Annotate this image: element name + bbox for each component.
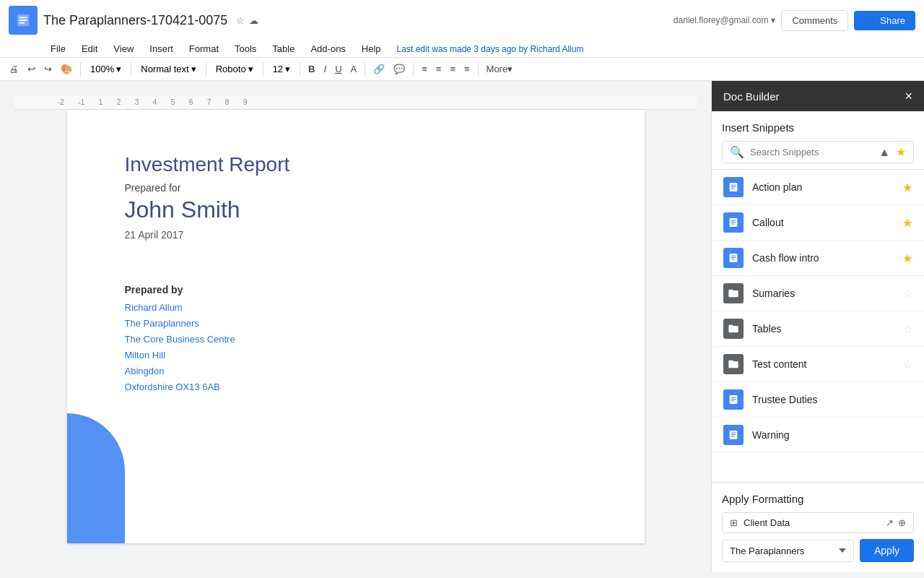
insert-snippets-section: Insert Snippets 🔍 ▲ ★ bbox=[712, 111, 924, 170]
text-color-button[interactable]: A bbox=[347, 61, 361, 77]
doc-client-name: John Smith bbox=[125, 197, 587, 223]
client-data-row: ⊞ Client Data ↗ ⊕ bbox=[722, 512, 914, 533]
menu-format[interactable]: Format bbox=[182, 40, 226, 57]
separator bbox=[365, 62, 365, 77]
italic-button[interactable]: I bbox=[321, 61, 331, 77]
user-info: daniel.florey@gmail.com ▾ bbox=[674, 15, 776, 25]
address-line-1: The Paraplanners bbox=[125, 316, 587, 332]
ruler: -2 -1 1 2 3 4 5 6 7 8 9 bbox=[14, 95, 697, 110]
snippet-label: Warning bbox=[752, 429, 912, 441]
svg-rect-14 bbox=[731, 257, 736, 258]
menu-addons[interactable]: Add-ons bbox=[303, 40, 352, 57]
undo-button[interactable]: ↩ bbox=[24, 61, 39, 77]
corner-decoration bbox=[67, 413, 125, 543]
svg-rect-3 bbox=[19, 22, 25, 24]
search-icons: ▲ ★ bbox=[879, 145, 906, 159]
search-input[interactable] bbox=[750, 147, 873, 158]
menu-edit[interactable]: Edit bbox=[74, 40, 105, 57]
font-size-select[interactable]: 12 ▾ bbox=[268, 61, 295, 77]
snippet-label: Test content bbox=[752, 358, 894, 370]
text-style-select[interactable]: Normal text ▾ bbox=[136, 61, 201, 77]
font-select[interactable]: Roboto ▾ bbox=[211, 61, 258, 77]
snippet-item-tables[interactable]: Tables ☆ bbox=[712, 311, 924, 347]
snippet-doc-icon bbox=[723, 248, 744, 268]
print-button[interactable]: 🖨 bbox=[6, 61, 22, 77]
svg-rect-22 bbox=[731, 434, 736, 435]
justify-button[interactable]: ≡ bbox=[461, 61, 474, 77]
app-icon bbox=[9, 6, 38, 35]
snippets-list: Action plan ★ Callout ★ Cash flow intro … bbox=[712, 170, 924, 482]
address-block: Richard Allum The Paraplanners The Core … bbox=[125, 300, 587, 396]
doc-investment-title: Investment Report bbox=[125, 153, 587, 176]
menu-view[interactable]: View bbox=[106, 40, 141, 57]
separator bbox=[478, 62, 479, 77]
snippet-star-empty-icon[interactable]: ☆ bbox=[902, 358, 912, 371]
snippet-item-cash-flow[interactable]: Cash flow intro ★ bbox=[712, 241, 924, 276]
snippet-item-warning[interactable]: Warning bbox=[712, 418, 924, 453]
favorites-star-icon[interactable]: ★ bbox=[896, 145, 906, 159]
snippet-label: Sumaries bbox=[752, 288, 894, 299]
snippet-item-trustee-duties[interactable]: Trustee Duties bbox=[712, 382, 924, 418]
snippet-folder-icon bbox=[723, 319, 744, 339]
chevron-down-icon[interactable]: ▾ bbox=[771, 15, 775, 25]
svg-rect-9 bbox=[731, 220, 736, 221]
svg-rect-19 bbox=[731, 400, 735, 401]
bold-button[interactable]: B bbox=[305, 61, 318, 77]
separator bbox=[413, 62, 414, 77]
grid-icon: ⊞ bbox=[730, 517, 738, 528]
share-button[interactable]: 👤 Share bbox=[854, 11, 915, 30]
client-data-label: Client Data bbox=[744, 517, 880, 528]
chevron-down-icon: ▾ bbox=[116, 64, 121, 74]
drive-icon[interactable]: ▲ bbox=[879, 146, 890, 159]
align-center-button[interactable]: ≡ bbox=[432, 61, 445, 77]
snippet-item-callout[interactable]: Callout ★ bbox=[712, 205, 924, 241]
snippet-item-sumaries[interactable]: Sumaries ☆ bbox=[712, 276, 924, 311]
zoom-select[interactable]: 100% ▾ bbox=[85, 61, 126, 77]
paraplanners-row: The Paraplanners Apply bbox=[722, 539, 914, 562]
insert-snippets-heading: Insert Snippets bbox=[722, 121, 914, 134]
separator bbox=[300, 62, 300, 77]
more-button[interactable]: More ▾ bbox=[483, 61, 517, 77]
align-right-button[interactable]: ≡ bbox=[446, 61, 459, 77]
snippet-star-empty-icon[interactable]: ☆ bbox=[902, 322, 912, 336]
sidebar-close-button[interactable]: × bbox=[905, 90, 912, 103]
client-data-actions: ↗ ⊕ bbox=[886, 517, 906, 528]
snippet-item-action-plan[interactable]: Action plan ★ bbox=[712, 170, 924, 205]
link-button[interactable]: 🔗 bbox=[370, 61, 388, 77]
underline-button[interactable]: U bbox=[331, 61, 345, 77]
document-page[interactable]: Investment Report Prepared for John Smit… bbox=[67, 110, 645, 543]
chevron-down-icon: ▾ bbox=[191, 64, 196, 74]
comment-button[interactable]: 💬 bbox=[390, 61, 409, 77]
menu-tools[interactable]: Tools bbox=[227, 40, 263, 57]
menu-help[interactable]: Help bbox=[354, 40, 388, 57]
add-icon[interactable]: ⊕ bbox=[898, 517, 906, 528]
snippet-star-icon[interactable]: ★ bbox=[902, 216, 912, 230]
snippet-item-test-content[interactable]: Test content ☆ bbox=[712, 347, 924, 382]
apply-button[interactable]: Apply bbox=[860, 539, 914, 562]
star-icon[interactable]: ☆ bbox=[236, 15, 245, 26]
address-line-2: The Core Business Centre bbox=[125, 332, 587, 348]
sidebar-header: Doc Builder × bbox=[712, 81, 924, 111]
address-line-0: Richard Allum bbox=[125, 300, 587, 316]
paraplanners-select[interactable]: The Paraplanners bbox=[722, 540, 854, 562]
svg-rect-13 bbox=[731, 256, 736, 256]
menu-table[interactable]: Table bbox=[265, 40, 302, 57]
snippet-star-empty-icon[interactable]: ☆ bbox=[902, 287, 912, 301]
snippet-doc-icon bbox=[723, 425, 744, 445]
svg-rect-18 bbox=[731, 399, 736, 400]
svg-rect-21 bbox=[731, 433, 736, 434]
paint-format-button[interactable]: 🎨 bbox=[57, 61, 76, 77]
document-title: The Paraplanners-170421-0075 bbox=[43, 13, 227, 28]
sidebar-panel: Doc Builder × Insert Snippets 🔍 ▲ ★ bbox=[711, 81, 924, 572]
snippet-star-icon[interactable]: ★ bbox=[902, 251, 912, 265]
snippet-star-icon[interactable]: ★ bbox=[902, 181, 912, 194]
last-edit-text: Last edit was made 3 days ago by Richard… bbox=[397, 44, 584, 54]
separator bbox=[131, 62, 131, 77]
menu-file[interactable]: File bbox=[43, 40, 73, 57]
external-link-icon[interactable]: ↗ bbox=[886, 517, 894, 528]
chevron-down-icon: ▾ bbox=[507, 64, 513, 74]
align-left-button[interactable]: ≡ bbox=[418, 61, 431, 77]
redo-button[interactable]: ↪ bbox=[40, 61, 56, 77]
menu-insert[interactable]: Insert bbox=[142, 40, 180, 57]
comments-button[interactable]: Comments bbox=[781, 10, 848, 31]
